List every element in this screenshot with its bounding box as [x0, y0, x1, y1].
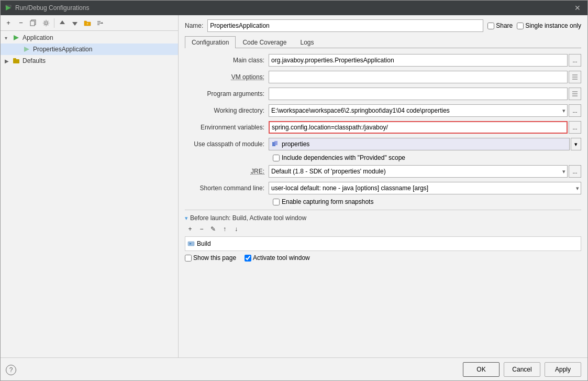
before-launch-list: Build	[185, 236, 581, 251]
enable-snapshots-checkbox[interactable]	[273, 199, 280, 205]
env-vars-label: Environment variables:	[185, 124, 269, 131]
vm-options-label: VM options:	[185, 73, 269, 81]
before-launch-title: ▾ Before launch: Build, Activate tool wi…	[185, 214, 581, 222]
build-label: Build	[197, 240, 211, 247]
vm-options-input[interactable]	[269, 71, 568, 83]
sort-button[interactable]	[94, 17, 106, 29]
configuration-form: Main class: ... VM options:	[185, 53, 581, 353]
before-launch-arrow: ▾	[185, 215, 188, 222]
working-dir-field-group: E:\workspace\workspace6\2.springboot\day…	[269, 104, 581, 117]
vm-options-row: VM options:	[185, 70, 581, 84]
working-dir-select[interactable]: E:\workspace\workspace6\2.springboot\day…	[269, 104, 568, 117]
folder-icon: +	[84, 19, 91, 27]
build-item: Build	[187, 240, 211, 247]
tree-properties-app-node[interactable]: PropertiesApplication	[1, 43, 178, 55]
svg-rect-17	[274, 141, 278, 145]
jre-field-group: Default (1.8 - SDK of 'properties' modul…	[269, 165, 581, 178]
settings-button[interactable]	[40, 17, 52, 29]
close-button[interactable]: ✕	[572, 2, 583, 14]
shorten-cmd-select[interactable]: user-local default: none - java [options…	[269, 182, 581, 194]
classpath-module-value: properties	[282, 140, 309, 148]
tab-logs[interactable]: Logs	[293, 36, 320, 48]
down-icon	[71, 19, 79, 27]
name-row: Name: Share Single instance only	[185, 19, 581, 32]
env-vars-input[interactable]	[269, 121, 568, 134]
program-args-expand-button[interactable]	[569, 88, 581, 100]
bl-add-button[interactable]: +	[185, 224, 195, 234]
bl-up-button[interactable]: ↑	[219, 224, 230, 234]
svg-marker-0	[6, 5, 11, 10]
bl-down-button[interactable]: ↓	[231, 224, 241, 234]
svg-marker-13	[24, 47, 29, 52]
application-expand-icon: ▾	[5, 35, 12, 41]
show-page-label: Show this page	[185, 254, 236, 262]
tree-defaults-node[interactable]: ▶ Defaults	[1, 55, 178, 67]
program-args-input[interactable]	[269, 88, 568, 100]
vm-options-expand-button[interactable]	[569, 71, 581, 83]
bottom-bar: ? OK Cancel Apply	[1, 357, 587, 380]
toolbar-sep-1	[54, 18, 54, 28]
move-up-button[interactable]	[57, 17, 68, 29]
program-args-field-group	[269, 88, 581, 100]
classpath-module-label: Use classpath of module:	[185, 140, 269, 148]
title-bar: Run/Debug Configurations ✕	[1, 1, 587, 15]
program-args-row: Program arguments:	[185, 87, 581, 101]
shorten-cmd-label: Shorten command line:	[185, 184, 269, 192]
enable-snapshots-label: Enable capturing form snapshots	[273, 198, 373, 205]
ok-button[interactable]: OK	[463, 362, 500, 377]
svg-rect-14	[13, 59, 19, 63]
dialog-icon	[5, 4, 12, 12]
svg-point-4	[45, 21, 48, 24]
add-config-button[interactable]: +	[3, 17, 14, 29]
copy-config-button[interactable]	[28, 17, 39, 29]
show-page-row: Show this page Activate tool window	[185, 254, 581, 262]
share-checkbox[interactable]	[487, 23, 494, 29]
new-folder-button[interactable]: +	[82, 17, 93, 29]
cancel-button[interactable]: Cancel	[504, 362, 540, 377]
dialog-title: Run/Debug Configurations	[15, 4, 89, 12]
bl-edit-button[interactable]: ✎	[208, 224, 218, 234]
include-deps-checkbox[interactable]	[273, 155, 280, 161]
show-page-checkbox[interactable]	[185, 255, 192, 262]
working-dir-browse-button[interactable]: ...	[569, 104, 581, 117]
shorten-cmd-row: Shorten command line: user-local default…	[185, 181, 581, 195]
main-class-label: Main class:	[185, 57, 269, 64]
build-icon	[187, 240, 195, 247]
name-input[interactable]	[207, 19, 483, 32]
tab-configuration[interactable]: Configuration	[185, 36, 236, 48]
defaults-icon	[12, 57, 20, 65]
share-label: Share	[496, 22, 513, 29]
main-class-browse-button[interactable]: ...	[569, 54, 581, 67]
env-vars-row: Environment variables: ...	[185, 121, 581, 134]
left-panel: + −	[1, 15, 179, 357]
main-class-input[interactable]	[269, 54, 568, 67]
classpath-badge: properties	[269, 138, 570, 150]
working-dir-label: Working directory:	[185, 107, 269, 114]
classpath-dropdown-button[interactable]: ▾	[571, 138, 581, 150]
application-node-label: Application	[23, 34, 53, 41]
help-button[interactable]: ?	[6, 365, 16, 375]
env-vars-browse-button[interactable]: ...	[569, 121, 581, 134]
sort-icon	[96, 19, 104, 27]
before-launch-toolbar: + − ✎ ↑ ↓	[185, 224, 581, 234]
single-instance-checkbox[interactable]	[517, 23, 524, 29]
remove-config-button[interactable]: −	[15, 17, 27, 29]
application-node-icon	[12, 34, 20, 42]
activate-tool-label: Activate tool window	[245, 254, 310, 262]
properties-app-label: PropertiesApplication	[33, 46, 92, 53]
tab-code-coverage[interactable]: Code Coverage	[236, 36, 293, 48]
activate-tool-checkbox[interactable]	[245, 255, 251, 262]
svg-marker-5	[60, 20, 65, 24]
include-deps-row: Include dependencies with "Provided" sco…	[273, 154, 581, 161]
single-instance-label: Single instance only	[525, 22, 581, 29]
svg-rect-15	[13, 58, 16, 60]
jre-select[interactable]: Default (1.8 - SDK of 'properties' modul…	[269, 165, 568, 178]
tree-application-node[interactable]: ▾ Application	[1, 32, 178, 43]
move-down-button[interactable]	[69, 17, 81, 29]
apply-button[interactable]: Apply	[545, 362, 581, 377]
right-panel: Name: Share Single instance only Confi	[179, 15, 587, 357]
bl-remove-button[interactable]: −	[196, 224, 207, 234]
run-debug-dialog: Run/Debug Configurations ✕ + −	[0, 0, 588, 381]
jre-browse-button[interactable]: ...	[569, 165, 581, 178]
include-deps-label: Include dependencies with "Provided" sco…	[273, 154, 405, 161]
